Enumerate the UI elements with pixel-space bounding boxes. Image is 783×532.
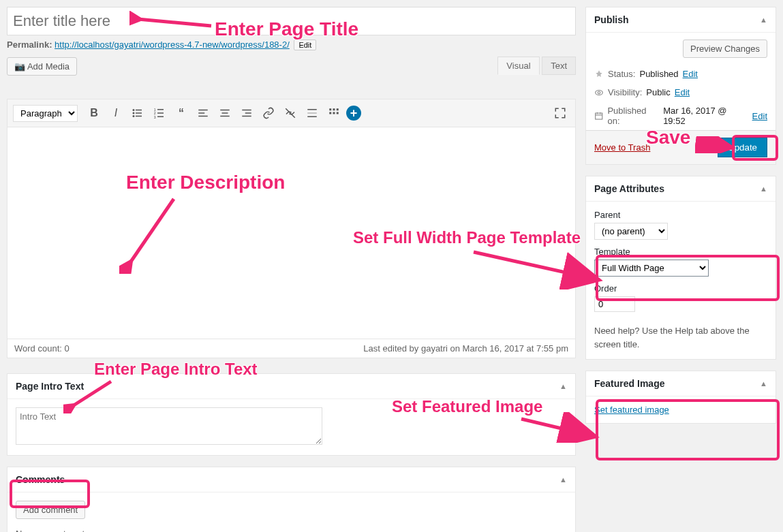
preview-changes-button[interactable]: Preview Changes <box>683 40 767 58</box>
add-comment-button[interactable]: Add comment <box>16 501 85 519</box>
camera-icon: 📷 <box>14 61 25 72</box>
svg-point-32 <box>598 91 600 94</box>
svg-point-0 <box>133 109 135 111</box>
svg-rect-11 <box>157 116 164 118</box>
set-featured-image-link[interactable]: Set featured image <box>594 405 669 415</box>
toolbar-toggle-icon[interactable] <box>324 104 343 123</box>
pin-icon <box>594 69 604 79</box>
svg-rect-24 <box>307 116 317 118</box>
edit-visibility-link[interactable]: Edit <box>675 87 690 97</box>
svg-rect-13 <box>198 112 204 114</box>
published-value: Mar 16, 2017 @ 19:52 <box>663 106 748 126</box>
template-select[interactable]: Full Width Page <box>594 260 709 277</box>
svg-rect-19 <box>245 112 251 114</box>
toggle-icon[interactable]: ▲ <box>760 16 767 24</box>
permalink-row: Permalink: http://localhost/gayatri/word… <box>7 40 576 50</box>
add-element-icon[interactable]: + <box>346 106 361 121</box>
add-media-label: Add Media <box>27 61 70 72</box>
svg-point-31 <box>596 90 603 95</box>
page-title-input[interactable] <box>7 7 576 35</box>
status-value: Published <box>639 69 678 79</box>
template-label: Template <box>594 247 767 257</box>
tab-text[interactable]: Text <box>542 57 576 75</box>
align-left-icon[interactable] <box>194 104 213 123</box>
move-to-trash-link[interactable]: Move to Trash <box>594 142 650 153</box>
edit-date-link[interactable]: Edit <box>752 111 767 121</box>
svg-rect-9 <box>157 112 164 114</box>
insert-more-icon[interactable] <box>303 104 322 123</box>
no-comments-text: No comments yet. <box>16 529 567 532</box>
svg-rect-14 <box>198 116 208 117</box>
update-button[interactable]: Update <box>718 138 767 157</box>
svg-rect-33 <box>596 113 602 119</box>
align-center-icon[interactable] <box>215 104 234 123</box>
svg-rect-28 <box>329 112 331 114</box>
fullscreen-icon[interactable] <box>551 104 570 123</box>
parent-select[interactable]: (no parent) <box>594 223 668 240</box>
svg-rect-22 <box>307 109 317 110</box>
svg-text:3: 3 <box>154 115 156 119</box>
help-text: Need help? Use the Help tab above the sc… <box>594 324 767 351</box>
editor-toolbar: Paragraph B I 123 “ + <box>7 99 575 127</box>
parent-label: Parent <box>594 210 767 220</box>
toggle-icon[interactable]: ▲ <box>760 185 767 193</box>
svg-rect-3 <box>136 112 142 114</box>
svg-rect-18 <box>242 110 251 111</box>
svg-rect-17 <box>220 116 230 117</box>
permalink-edit-button[interactable]: Edit <box>294 40 316 50</box>
eye-icon <box>594 88 604 97</box>
editor-box: Paragraph B I 123 “ + Word count: 0 Last… <box>7 99 576 358</box>
add-media-button[interactable]: 📷 Add Media <box>7 57 77 76</box>
svg-rect-20 <box>242 116 251 117</box>
svg-rect-23 <box>307 112 317 114</box>
svg-rect-30 <box>337 112 339 114</box>
toggle-icon[interactable]: ▲ <box>559 382 567 390</box>
tab-visual[interactable]: Visual <box>497 57 539 75</box>
blockquote-icon[interactable]: “ <box>172 104 191 123</box>
toggle-icon[interactable]: ▲ <box>760 379 767 388</box>
svg-rect-7 <box>157 109 164 110</box>
align-right-icon[interactable] <box>237 104 256 123</box>
svg-rect-27 <box>337 108 339 110</box>
comments-box-title: Comments <box>16 474 65 485</box>
permalink-label: Permalink: <box>7 40 52 50</box>
toggle-icon[interactable]: ▲ <box>559 475 567 484</box>
bullet-list-icon[interactable] <box>128 104 147 123</box>
permalink-url[interactable]: http://localhost/gayatri/wordpress-4.7-n… <box>55 40 290 50</box>
intro-box-title: Page Intro Text <box>16 381 84 392</box>
svg-rect-12 <box>198 110 208 111</box>
published-label: Published on: <box>607 106 659 126</box>
publish-title: Publish <box>594 14 629 25</box>
calendar-icon <box>594 111 603 121</box>
svg-rect-26 <box>333 108 335 110</box>
link-icon[interactable] <box>259 104 278 123</box>
svg-rect-5 <box>136 116 142 117</box>
numbered-list-icon[interactable]: 123 <box>150 104 169 123</box>
unlink-icon[interactable] <box>281 104 300 123</box>
page-attributes-title: Page Attributes <box>594 183 664 194</box>
visibility-value: Public <box>646 87 670 97</box>
word-count: Word count: 0 <box>14 343 70 354</box>
italic-icon[interactable]: I <box>106 104 125 123</box>
svg-rect-16 <box>222 112 228 114</box>
featured-image-title: Featured Image <box>594 378 664 389</box>
svg-rect-15 <box>220 110 230 111</box>
visibility-label: Visibility: <box>608 87 642 97</box>
intro-text-textarea[interactable] <box>16 407 322 445</box>
last-edited: Last edited by gayatri on March 16, 2017… <box>363 343 568 354</box>
svg-point-4 <box>133 115 135 117</box>
svg-rect-1 <box>136 110 142 111</box>
svg-point-2 <box>133 112 135 114</box>
svg-rect-29 <box>333 112 335 114</box>
bold-icon[interactable]: B <box>85 104 104 123</box>
edit-status-link[interactable]: Edit <box>683 69 698 79</box>
status-label: Status: <box>608 69 635 79</box>
editor-content-area[interactable] <box>7 127 575 339</box>
order-label: Order <box>594 283 767 294</box>
order-input[interactable] <box>594 296 635 312</box>
svg-rect-25 <box>329 108 331 110</box>
format-select[interactable]: Paragraph <box>13 105 78 122</box>
